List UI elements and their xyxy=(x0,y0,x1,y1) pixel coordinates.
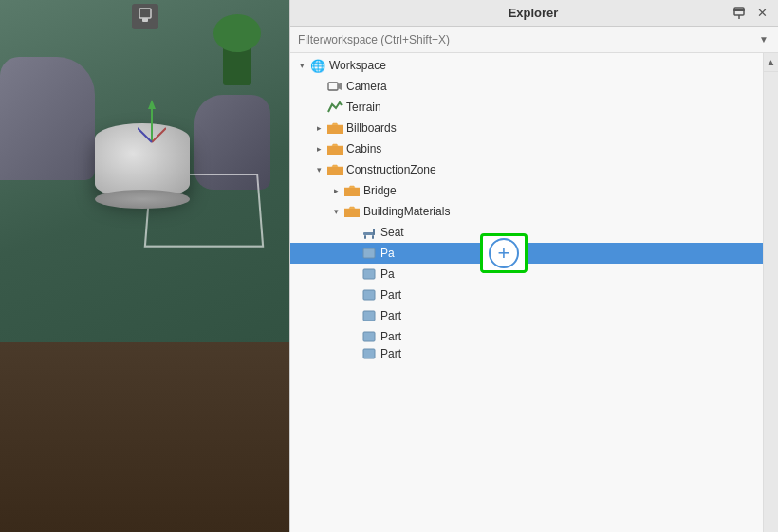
tree-item-part4[interactable]: ▸ Part xyxy=(290,305,763,326)
svg-rect-16 xyxy=(363,269,375,279)
part6-icon xyxy=(361,347,378,360)
back-label: Back xyxy=(131,193,154,204)
pin-button[interactable] xyxy=(731,5,748,22)
expand-workspace[interactable]: ▾ xyxy=(294,58,309,73)
scrollbar-track xyxy=(764,72,778,532)
camera-label: Camera xyxy=(346,80,387,93)
viewport-top-icon[interactable] xyxy=(132,4,158,29)
camera-icon xyxy=(326,78,343,95)
filter-input[interactable] xyxy=(298,33,757,46)
svg-line-2 xyxy=(152,128,166,142)
seat-label: Seat xyxy=(380,226,404,239)
tree-item-camera[interactable]: ▸ Camera xyxy=(290,76,763,97)
expand-billboards[interactable]: ▸ xyxy=(311,120,326,136)
scroll-up-btn[interactable]: ▲ xyxy=(764,53,778,72)
tree-item-workspace[interactable]: ▾ 🌐 Workspace xyxy=(290,55,763,76)
scrollbar-area: ▲ xyxy=(763,53,778,532)
svg-rect-19 xyxy=(363,332,375,341)
explorer-title: Explorer xyxy=(336,6,731,20)
bridge-folder-icon xyxy=(343,182,361,199)
part1-icon xyxy=(361,245,378,262)
tree-item-bridge[interactable]: ▸ Bridge xyxy=(290,180,763,201)
tree-item-buildingmaterials[interactable]: ▾ BuildingMaterials xyxy=(290,201,763,222)
cabins-label: Cabins xyxy=(346,142,381,156)
seat-icon xyxy=(361,224,378,241)
expand-cabins[interactable]: ▸ xyxy=(311,141,326,156)
part3-icon xyxy=(361,286,378,303)
part5-label: Part xyxy=(380,330,401,343)
workspace-icon: 🌐 xyxy=(309,57,326,74)
tree-item-part5[interactable]: ▸ Part xyxy=(290,326,763,347)
svg-line-3 xyxy=(138,128,152,142)
constructionzone-folder-icon xyxy=(326,161,343,178)
tree-view[interactable]: ▾ 🌐 Workspace ▸ Camera ▸ xyxy=(290,53,763,532)
filter-bar: ▼ xyxy=(290,27,778,53)
viewport: Back xyxy=(0,0,289,532)
tree-item-part3[interactable]: ▸ Part xyxy=(290,284,763,305)
terrain-icon xyxy=(326,99,343,116)
part3-label: Part xyxy=(380,288,401,302)
workspace-label: Workspace xyxy=(329,59,386,72)
close-button[interactable]: ✕ xyxy=(753,5,770,22)
part5-icon xyxy=(361,328,378,345)
axis-arrows xyxy=(138,95,166,152)
add-button-overlay[interactable]: + xyxy=(480,233,528,273)
billboards-folder-icon xyxy=(326,119,343,137)
tree-item-billboards[interactable]: ▸ Billboards xyxy=(290,118,763,138)
part4-label: Part xyxy=(380,309,401,322)
explorer-header-icons: ✕ xyxy=(731,5,770,22)
svg-rect-9 xyxy=(328,83,338,90)
svg-rect-14 xyxy=(373,229,375,235)
svg-marker-1 xyxy=(148,100,156,109)
svg-rect-5 xyxy=(142,18,148,22)
svg-rect-20 xyxy=(363,349,375,358)
svg-rect-4 xyxy=(139,9,151,18)
tree-item-constructionzone[interactable]: ▾ ConstructionZone xyxy=(290,159,763,180)
part4-icon xyxy=(361,307,378,324)
part2-label: Pa xyxy=(380,267,395,281)
tree-item-terrain[interactable]: ▸ Terrain xyxy=(290,97,763,118)
buildingmaterials-folder-icon xyxy=(343,203,361,220)
svg-rect-17 xyxy=(363,290,375,300)
svg-rect-13 xyxy=(372,235,374,239)
part1-label: Pa xyxy=(380,247,395,260)
expand-buildingmaterials[interactable]: ▾ xyxy=(328,204,343,219)
scene-tree-top xyxy=(213,14,261,52)
part6-label: Part xyxy=(380,347,401,360)
constructionzone-label: ConstructionZone xyxy=(346,163,436,176)
cabins-folder-icon xyxy=(326,140,343,157)
part1-row-container: ▸ Pa + xyxy=(290,243,763,264)
right-panel: Explorer ✕ ▼ ▾ 🌐 Workspace xyxy=(289,0,778,532)
billboards-label: Billboards xyxy=(346,121,397,135)
buildingmaterials-label: BuildingMaterials xyxy=(363,205,450,218)
svg-rect-15 xyxy=(363,248,375,258)
tree-item-part6[interactable]: ▸ Part xyxy=(290,347,763,360)
scene-ground xyxy=(0,342,289,532)
filter-dropdown[interactable]: ▼ xyxy=(757,33,770,46)
bridge-label: Bridge xyxy=(363,184,397,197)
part2-icon xyxy=(361,266,378,283)
svg-rect-18 xyxy=(363,311,375,321)
svg-rect-7 xyxy=(733,9,745,11)
expand-constructionzone[interactable]: ▾ xyxy=(311,162,326,177)
explorer-header: Explorer ✕ xyxy=(290,0,778,27)
scene-rock-left xyxy=(0,57,95,180)
expand-bridge[interactable]: ▸ xyxy=(328,183,343,198)
svg-rect-12 xyxy=(364,235,366,239)
add-button[interactable]: + xyxy=(489,238,519,268)
tree-item-cabins[interactable]: ▸ Cabins xyxy=(290,138,763,159)
tree-container: ▾ 🌐 Workspace ▸ Camera ▸ xyxy=(290,53,778,532)
terrain-label: Terrain xyxy=(346,101,381,114)
